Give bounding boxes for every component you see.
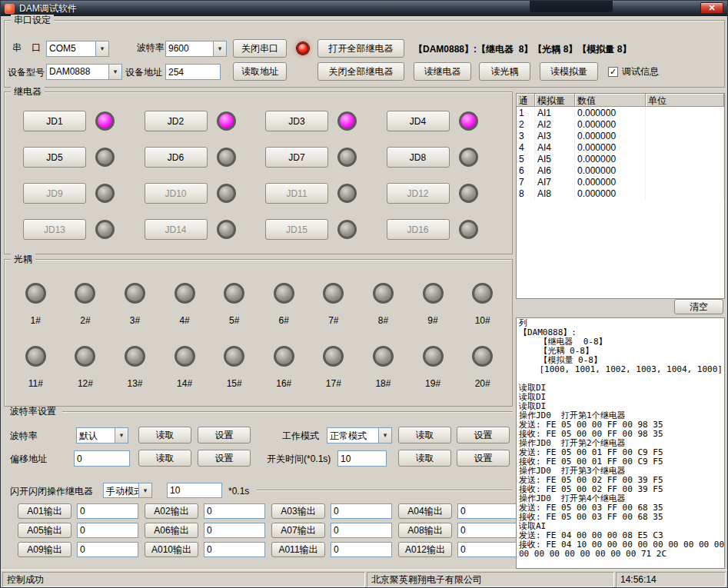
table-row[interactable]: 8AI80.000000: [517, 188, 724, 199]
analog-table[interactable]: 通模拟量数值单位 1AI10.0000002AI20.0000003AI30.0…: [516, 93, 725, 299]
baud-read-button[interactable]: 读取: [138, 427, 191, 443]
table-cell: 2: [517, 118, 535, 130]
baud-set-button[interactable]: 设置: [198, 427, 251, 443]
model-select[interactable]: DAM0888: [46, 64, 122, 80]
output-input-6[interactable]: [204, 523, 265, 538]
relay-cell: JD10: [140, 175, 261, 211]
section-divider: [256, 490, 513, 491]
read-opto-button[interactable]: 读光耦: [479, 62, 530, 81]
background-window-fragment: [530, 1, 613, 12]
switch-time-input[interactable]: [337, 450, 387, 467]
output-button-12[interactable]: A012输出: [398, 542, 452, 557]
chevron-down-icon[interactable]: [138, 483, 151, 497]
output-button-3[interactable]: A03输出: [271, 503, 325, 519]
output-input-12[interactable]: [457, 542, 519, 557]
read-address-button[interactable]: 读取地址: [233, 62, 287, 81]
close-all-relays-button[interactable]: 关闭全部继电器: [317, 62, 404, 81]
output-button-9[interactable]: A09输出: [18, 542, 71, 557]
chevron-down-icon[interactable]: [213, 42, 226, 56]
output-input-5[interactable]: [77, 523, 138, 538]
open-all-relays-button[interactable]: 打开全部继电器: [317, 39, 404, 58]
opto-cell: 5#: [209, 283, 259, 334]
output-cell: A09输出: [18, 542, 145, 561]
switch-time-set-button[interactable]: 设置: [457, 450, 510, 467]
serial-status-led: [297, 42, 309, 55]
chevron-down-icon[interactable]: [108, 65, 121, 79]
debug-info-checkbox[interactable]: ✓ 调试信息: [608, 65, 659, 78]
table-row[interactable]: 6AI60.000000: [517, 164, 724, 176]
table-row[interactable]: 7AI70.000000: [517, 176, 724, 188]
work-mode-select[interactable]: 正常模式: [327, 427, 392, 443]
output-button-11[interactable]: A011输出: [271, 542, 325, 557]
device-address-input[interactable]: [165, 64, 221, 80]
switch-time-read-button[interactable]: 读取: [398, 450, 451, 467]
clear-button[interactable]: 清空: [674, 299, 723, 314]
offset-address-input[interactable]: [74, 450, 130, 467]
baud-setting-select[interactable]: 默认: [76, 427, 128, 443]
opto-label: 10#: [475, 315, 490, 326]
output-input-3[interactable]: [331, 503, 392, 519]
output-input-8[interactable]: [457, 523, 519, 538]
flash-time-input[interactable]: [167, 483, 222, 498]
opto-cell: 20#: [457, 346, 507, 397]
offset-read-button[interactable]: 读取: [138, 450, 191, 467]
output-button-10[interactable]: A010输出: [145, 542, 198, 557]
table-cell: 0.000000: [575, 107, 646, 118]
table-row[interactable]: 2AI20.000000: [517, 118, 724, 130]
chevron-down-icon[interactable]: [115, 428, 128, 443]
table-row[interactable]: 3AI30.000000: [517, 130, 724, 141]
output-input-2[interactable]: [204, 503, 265, 519]
close-button[interactable]: ✕: [700, 2, 723, 14]
opto-row-1: 1#2#3#4#5#6#7#8#9#10#: [11, 283, 507, 334]
output-button-2[interactable]: A02输出: [145, 503, 198, 519]
table-row[interactable]: 4AI40.000000: [517, 141, 724, 153]
work-mode-set-button[interactable]: 设置: [457, 427, 510, 443]
output-button-7[interactable]: A07输出: [271, 523, 325, 538]
table-row[interactable]: 5AI50.000000: [517, 153, 724, 164]
relay-button-jd3[interactable]: JD3: [265, 111, 328, 131]
offset-address-label: 偏移地址: [10, 453, 47, 464]
output-button-5[interactable]: A05输出: [18, 523, 71, 538]
opto-indicator-15: [224, 346, 244, 367]
opto-indicator-19: [423, 346, 444, 367]
output-cell: A03输出: [271, 503, 398, 523]
output-input-4[interactable]: [457, 503, 519, 519]
relay-button-jd1[interactable]: JD1: [23, 111, 86, 131]
relay-button-jd2[interactable]: JD2: [145, 111, 208, 131]
baud-setting-value: 默认: [77, 428, 115, 443]
relay-indicator-jd10: [217, 184, 236, 203]
relay-button-jd7[interactable]: JD7: [265, 147, 328, 168]
output-input-1[interactable]: [77, 503, 138, 519]
output-input-11[interactable]: [331, 542, 392, 557]
relay-button-jd4[interactable]: JD4: [387, 111, 450, 131]
read-relay-button[interactable]: 读继电器: [414, 62, 471, 81]
relay-button-jd5[interactable]: JD5: [23, 147, 86, 168]
port-select[interactable]: COM5: [46, 41, 109, 57]
flash-mode-select[interactable]: 手动模式: [103, 483, 152, 498]
read-analog-button[interactable]: 读模拟量: [540, 62, 598, 81]
table-header-cell: 模拟量: [535, 94, 575, 107]
baud-select[interactable]: 9600: [165, 41, 227, 57]
relay-button-jd6[interactable]: JD6: [145, 147, 208, 168]
table-cell: 7: [517, 176, 535, 188]
output-cell: A02输出: [145, 503, 271, 523]
output-input-9[interactable]: [77, 542, 138, 557]
log-line: 接收: FE 05 00 03 FF 00 68 35: [519, 513, 724, 522]
output-button-1[interactable]: A01输出: [18, 503, 71, 519]
work-mode-read-button[interactable]: 读取: [398, 427, 451, 443]
close-serial-button[interactable]: 关闭串口: [233, 39, 287, 58]
relay-button-jd8[interactable]: JD8: [387, 147, 450, 168]
output-input-7[interactable]: [331, 523, 392, 538]
titlebar[interactable]: DAM调试软件: [1, 1, 727, 16]
log-area[interactable]: 列【DAM0888】: 【继电器 0-8】 【光耦 0-8】 【模拟量 0-8】…: [516, 317, 725, 569]
chevron-down-icon[interactable]: [378, 428, 391, 443]
chevron-down-icon[interactable]: [95, 42, 108, 56]
table-header-cell: 单位: [646, 94, 724, 107]
opto-label: 11#: [28, 378, 43, 389]
offset-set-button[interactable]: 设置: [198, 450, 251, 467]
output-input-10[interactable]: [204, 542, 265, 557]
output-button-4[interactable]: A04输出: [398, 503, 452, 519]
table-row[interactable]: 1AI10.000000: [517, 107, 724, 118]
output-button-6[interactable]: A06输出: [145, 523, 198, 538]
output-button-8[interactable]: A08输出: [398, 523, 452, 538]
